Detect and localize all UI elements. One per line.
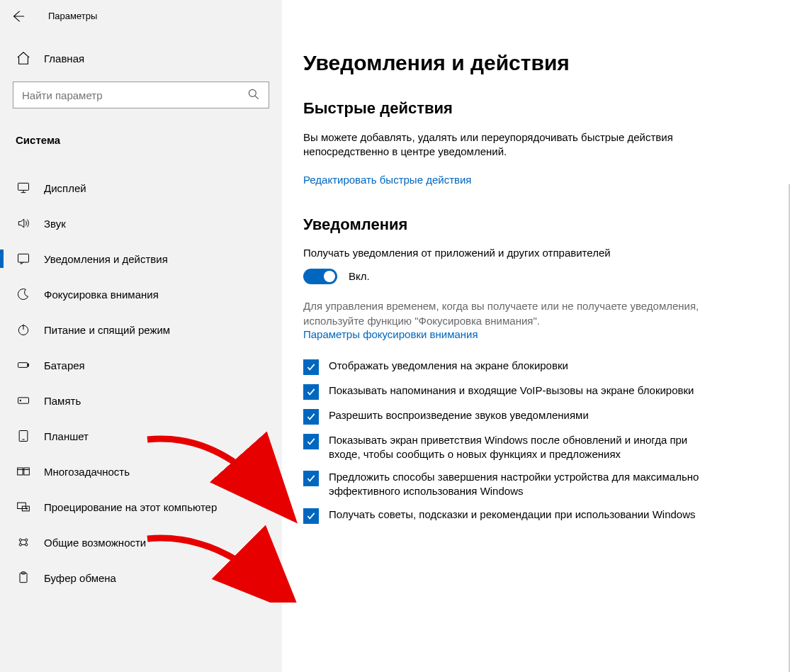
checkbox-3[interactable] [303,434,319,449]
search-icon [247,87,261,101]
home-nav[interactable]: Главная [0,45,282,72]
nav-label: Память [44,395,81,407]
header: Параметры [0,0,282,32]
svg-line-1 [255,96,259,99]
power-icon [16,322,31,337]
receive-notifications-label: Получать уведомления от приложений и дру… [303,247,769,259]
sidebar-item-clipboard[interactable]: Буфер обмена [0,560,282,595]
clipboard-icon [16,570,31,586]
nav-label: Планшет [44,430,89,442]
nav-list: ДисплейЗвукУведомления и действияФокусир… [0,170,282,595]
svg-point-21 [19,544,21,546]
monitor-icon [16,180,31,196]
focus-assist-link[interactable]: Параметры фокусировки внимания [303,328,478,340]
checkbox-label-2: Разрешить воспроизведение звуков уведомл… [329,408,589,422]
sidebar-item-multitask[interactable]: Многозадачность [0,454,282,489]
checkbox-0[interactable] [303,359,319,375]
multitask-icon [16,464,31,479]
moon-icon [16,286,31,302]
quick-actions-description: Вы можете добавлять, удалять или переупо… [303,130,700,159]
notification-checkbox-list: Отображать уведомления на экране блокиро… [303,359,769,524]
quick-actions-heading: Быстрые действия [303,99,769,118]
checkbox-label-4: Предложить способы завершения настройки … [329,470,700,499]
checkbox-2[interactable] [303,409,319,425]
sidebar-item-moon[interactable]: Фокусировка внимания [0,276,282,312]
page-title: Уведомления и действия [303,51,769,75]
nav-label: Многозадачность [44,466,130,478]
svg-rect-14 [18,468,23,475]
sidebar-item-battery[interactable]: Батарея [0,347,282,383]
checkbox-row-3: Показывать экран приветствия Windows пос… [303,433,700,462]
nav-label: Общие возможности [44,537,146,549]
tablet-icon [16,428,31,444]
focus-assist-note: Для управления временем, когда вы получа… [303,298,700,328]
svg-rect-17 [18,503,26,508]
edit-quick-actions-link[interactable]: Редактировать быстрые действия [303,174,471,186]
checkbox-5[interactable] [303,508,319,524]
receive-notifications-toggle-row: Вкл. [303,269,769,284]
nav-label: Питание и спящий режим [44,324,170,336]
section-label: Система [16,134,282,146]
search-input[interactable] [13,82,269,108]
home-icon [16,50,31,66]
back-button[interactable] [10,9,26,24]
sidebar-item-tablet[interactable]: Планшет [0,418,282,454]
toggle-state-label: Вкл. [349,270,370,282]
shared-icon [16,534,31,550]
sidebar-item-shared[interactable]: Общие возможности [0,525,282,560]
checkbox-row-2: Разрешить воспроизведение звуков уведомл… [303,408,700,425]
sidebar-item-power[interactable]: Питание и спящий режим [0,312,282,347]
app-title: Параметры [48,11,97,21]
sidebar-item-monitor[interactable]: Дисплей [0,170,282,206]
nav-label: Дисплей [44,182,86,194]
svg-rect-5 [18,254,29,262]
settings-window: Параметры Главная Система ДисплейЗвукУве… [0,0,790,672]
sidebar-item-storage[interactable]: Память [0,383,282,418]
notifications-heading: Уведомления [303,215,769,234]
svg-point-11 [20,400,21,401]
nav-label: Звук [44,218,66,230]
nav-label: Проецирование на этот компьютер [44,501,217,513]
nav-label: Фокусировка внимания [44,289,159,301]
svg-point-0 [249,89,256,96]
sidebar-item-sound[interactable]: Звук [0,206,282,241]
svg-point-22 [26,544,28,546]
checkbox-4[interactable] [303,471,319,486]
battery-icon [16,357,31,373]
toggle-knob [324,271,335,282]
nav-label: Буфер обмена [44,572,116,584]
svg-rect-2 [18,183,29,190]
checkbox-row-5: Получать советы, подсказки и рекомендаци… [303,508,700,524]
checkbox-label-5: Получать советы, подсказки и рекомендаци… [329,508,696,522]
checkbox-row-1: Показывать напоминания и входящие VoIP-в… [303,383,700,400]
receive-notifications-toggle[interactable] [303,269,337,284]
svg-rect-15 [24,468,30,475]
checkbox-label-1: Показывать напоминания и входящие VoIP-в… [329,383,694,398]
svg-point-20 [26,539,28,541]
svg-rect-9 [28,364,29,366]
svg-rect-8 [18,363,28,368]
sidebar: Параметры Главная Система ДисплейЗвукУве… [0,0,282,672]
checkbox-row-0: Отображать уведомления на экране блокиро… [303,359,700,375]
checkbox-row-4: Предложить способы завершения настройки … [303,470,700,499]
nav-label: Уведомления и действия [44,253,168,265]
search-row [13,82,269,108]
main-content: Уведомления и действия Быстрые действия … [282,0,790,672]
checkbox-1[interactable] [303,384,319,400]
svg-point-19 [19,539,21,541]
checkbox-label-0: Отображать уведомления на экране блокиро… [329,359,568,373]
storage-icon [16,393,31,408]
sound-icon [16,215,31,231]
home-label: Главная [44,52,84,65]
checkbox-label-3: Показывать экран приветствия Windows пос… [329,433,700,462]
nav-label: Батарея [44,359,85,371]
notification-icon [16,251,31,267]
sidebar-item-notification[interactable]: Уведомления и действия [0,241,282,276]
arrow-left-icon [10,9,26,24]
project-icon [16,499,31,515]
sidebar-item-project[interactable]: Проецирование на этот компьютер [0,489,282,525]
